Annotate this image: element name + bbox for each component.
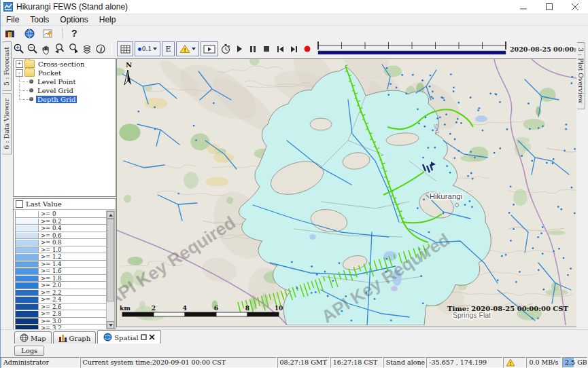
legend-swatch	[16, 261, 39, 268]
map-toolbar: i 0.1 E ! 2020-08-25 00:00:00 CST	[12, 39, 577, 59]
tree-item-label[interactable]: Level Point	[36, 78, 77, 86]
legend-row[interactable]: >= 1.0	[16, 246, 107, 254]
grid-button[interactable]	[117, 41, 133, 56]
legend-row[interactable]: >= 2.6	[16, 303, 107, 311]
legend-row[interactable]: >= 2.0	[16, 282, 107, 289]
legend-scrollbar[interactable]	[106, 210, 115, 329]
legend-label: >= 2.4	[39, 297, 61, 303]
video-play-button[interactable]	[201, 41, 218, 56]
record-icon[interactable]	[300, 42, 314, 56]
legend-swatch	[16, 304, 39, 310]
status-warning-icon[interactable]: !	[503, 357, 525, 368]
layers-icon[interactable]	[80, 42, 94, 56]
pan-hand-icon[interactable]	[39, 42, 53, 56]
legend-row[interactable]: >= 2.8	[16, 310, 107, 318]
legend-row[interactable]: >= 0.4	[16, 225, 107, 232]
left-tab[interactable]: 5 : Forecast	[2, 41, 12, 91]
zoom-out-icon[interactable]	[26, 42, 39, 56]
logs-button[interactable]: Logs	[14, 346, 44, 356]
close-tab-icon[interactable]	[149, 334, 155, 342]
legend-row[interactable]: >= 0.2	[16, 218, 107, 225]
legend-row[interactable]: >= 0	[16, 210, 107, 218]
legend-label: >= 0.4	[39, 225, 61, 232]
close-button[interactable]	[562, 0, 588, 14]
legend-row[interactable]: >= 1.6	[16, 268, 107, 275]
legend-row[interactable]: >= 1.2	[16, 253, 107, 261]
labels-button[interactable]: E	[162, 41, 175, 56]
tree-item-label[interactable]: Level Grid	[36, 87, 75, 94]
pause-icon[interactable]	[246, 42, 260, 56]
svg-text:10: 10	[275, 305, 283, 312]
zoom-in-icon[interactable]	[12, 42, 26, 56]
tree-item[interactable]: -Pocket	[16, 69, 116, 77]
info-icon[interactable]: i	[94, 42, 107, 56]
zoom-next-icon[interactable]	[67, 42, 80, 56]
tree-item[interactable]: Level Grid	[16, 86, 116, 94]
right-tab-plot-overview[interactable]: 3 : Plot Overview	[577, 42, 585, 109]
legend-row[interactable]: >= 0.6	[16, 232, 107, 240]
layer-bullet-icon	[29, 88, 33, 92]
chart-icon[interactable]	[41, 27, 55, 39]
status-memory: 2.5 GB	[562, 357, 587, 368]
legend-label: >= 0.2	[39, 219, 61, 225]
legend-row[interactable]: >= 2.4	[16, 296, 107, 303]
title-bar: Hikurangi FEWS (Stand alone)	[1, 0, 588, 14]
legend-row[interactable]: >= 2.2	[16, 289, 107, 297]
menu-item-help[interactable]: Help	[94, 15, 122, 24]
restore-icon[interactable]	[141, 334, 147, 342]
legend-row[interactable]: >= 3.0	[16, 318, 107, 325]
map-container: SH1 Hikurangi Springs Flat API Key Requi…	[116, 58, 578, 327]
globe-icon[interactable]	[22, 27, 36, 39]
legend-row[interactable]: >= 3.2	[16, 325, 107, 329]
status-cell: Stand alone	[383, 357, 426, 368]
legend-swatch	[16, 254, 39, 260]
time-slider[interactable]	[317, 41, 507, 57]
minimize-button[interactable]	[511, 0, 536, 14]
database-icon[interactable]	[3, 27, 17, 39]
right-tab-strip: 3 : Plot Overview	[576, 39, 588, 329]
tree-item-label[interactable]: Depth Grid	[36, 96, 77, 103]
scroll-down-icon[interactable]	[107, 321, 114, 329]
menu-item-tools[interactable]: Tools	[24, 15, 54, 24]
zoom-previous-icon[interactable]	[53, 42, 67, 56]
left-tab[interactable]: 6 : Data Viewer	[2, 93, 12, 155]
play-icon[interactable]	[232, 42, 246, 56]
tree-item-label[interactable]: Pocket	[37, 69, 63, 77]
tab-spatial[interactable]: Spatial	[97, 330, 161, 344]
scrollbar-thumb[interactable]	[107, 219, 114, 301]
tree-item[interactable]: Depth Grid	[16, 95, 116, 103]
tree-item[interactable]: Level Point	[16, 77, 116, 86]
tab-map[interactable]: Map	[14, 331, 52, 344]
menu-item-options[interactable]: Options	[54, 15, 93, 24]
workspace: 5 : Forecast6 : Data Viewer i 0.1 E !	[1, 39, 588, 329]
tree-item[interactable]: +Cross-section	[16, 60, 116, 68]
legend-row[interactable]: >= 1.4	[16, 261, 107, 268]
map-time-label: Time: 2020-08-25 00:00:00 CST	[447, 305, 569, 312]
menu-item-file[interactable]: File	[1, 15, 24, 24]
warning-dropdown[interactable]: !	[176, 41, 199, 56]
legend-label: >= 1.6	[39, 268, 61, 274]
last-value-checkbox[interactable]	[16, 200, 23, 208]
status-cell: Administrator	[1, 357, 80, 368]
help-icon[interactable]: ?	[67, 28, 82, 39]
tree-item-label[interactable]: Cross-section	[37, 60, 86, 68]
timer-icon[interactable]	[219, 42, 232, 56]
tab-graph[interactable]: Graph	[53, 331, 97, 344]
map-canvas[interactable]: SH1 Hikurangi Springs Flat API Key Requi…	[117, 59, 576, 325]
tab-label: Spatial	[114, 334, 139, 342]
maximize-button[interactable]	[536, 0, 562, 14]
value-scale-dropdown[interactable]: 0.1	[135, 41, 160, 56]
status-cell: Current system time:2020-09-01 00:00 CST	[80, 357, 277, 368]
skip-start-icon[interactable]	[273, 42, 287, 56]
legend-label: >= 2.2	[39, 290, 61, 296]
chevron-down-icon	[192, 48, 196, 50]
legend-row[interactable]: >= 1.8	[16, 275, 107, 282]
legend-label: >= 2.0	[39, 282, 61, 289]
legend-label: >= 3.0	[39, 318, 61, 325]
legend-swatch	[16, 240, 39, 246]
expand-icon[interactable]: +	[16, 60, 23, 68]
skip-end-icon[interactable]	[287, 42, 300, 56]
scroll-up-icon[interactable]	[107, 211, 114, 219]
stop-icon[interactable]	[260, 42, 273, 56]
legend-row[interactable]: >= 0.8	[16, 239, 107, 246]
